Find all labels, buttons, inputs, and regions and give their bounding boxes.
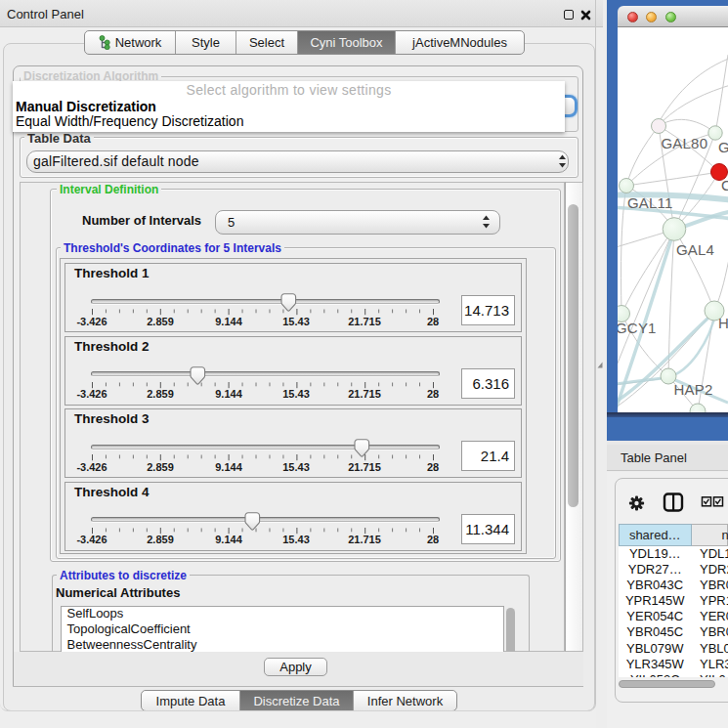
svg-text:HAP2: HAP2 xyxy=(674,381,713,398)
svg-text:H: H xyxy=(718,315,728,331)
svg-text:GAL11: GAL11 xyxy=(627,194,673,211)
svg-text:G: G xyxy=(718,139,728,155)
svg-text:GCY1: GCY1 xyxy=(616,320,657,336)
svg-text:C: C xyxy=(721,177,728,193)
svg-text:GAL80: GAL80 xyxy=(662,135,708,151)
svg-text:GAL4: GAL4 xyxy=(676,241,714,258)
